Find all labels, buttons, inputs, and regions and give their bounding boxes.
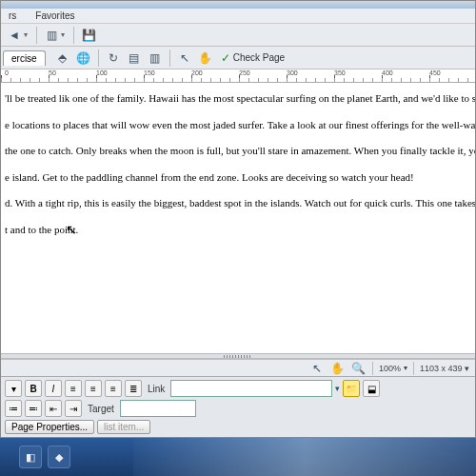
secondary-toolbar: ercise ⬘ 🌐 ↻ ▤ ▥ ↖ ✋ ✓ Check Page <box>1 47 475 69</box>
align-justify-button[interactable]: ≣ <box>125 380 142 397</box>
pointer-tool-icon[interactable]: ↖ <box>309 362 325 375</box>
mouse-cursor-icon: ↖ <box>66 220 77 241</box>
body-text: e locations to places that will wow even… <box>5 117 471 134</box>
indent-button[interactable]: ⇥ <box>65 400 82 417</box>
document-area[interactable]: 'll be treated lik one of the family. Ha… <box>1 83 475 353</box>
window-titlebar <box>1 1 475 9</box>
separator <box>169 50 170 67</box>
preview-icon[interactable]: ▥ <box>146 49 165 68</box>
check-page-button[interactable]: ✓ Check Page <box>217 51 288 65</box>
check-page-label: Check Page <box>233 52 285 63</box>
horizontal-ruler: 0 50 100 150 200 250 300 350 400 450 <box>1 69 475 83</box>
file-tab[interactable]: ercise <box>3 50 46 66</box>
link-label: Link <box>148 384 165 394</box>
globe-icon[interactable]: 🌐 <box>74 49 93 68</box>
menu-item[interactable]: rs <box>5 10 20 22</box>
refresh-icon[interactable]: ↻ <box>104 49 123 68</box>
separator <box>372 362 373 375</box>
pointer-icon[interactable]: ↖ <box>175 49 194 68</box>
taskbar-background <box>133 438 476 476</box>
body-text: e island. Get to the paddling channel fr… <box>5 169 471 187</box>
separator <box>413 362 414 375</box>
list-ul-button[interactable]: ≔ <box>5 400 22 417</box>
target-input[interactable] <box>120 400 196 417</box>
separator <box>73 27 74 44</box>
taskbar-item[interactable]: ◧ <box>19 446 42 468</box>
italic-button[interactable]: I <box>45 380 62 397</box>
taskbar-item[interactable]: ◆ <box>48 446 70 468</box>
page-icon[interactable]: ▤ <box>125 49 144 68</box>
taskbar[interactable]: ◧ ◆ <box>0 438 476 476</box>
link-chain-icon[interactable]: ⬓ <box>363 380 380 397</box>
chevron-down-icon[interactable]: ▾ <box>24 30 31 39</box>
body-text: d. With a tight rip, this is easily the … <box>5 195 471 212</box>
document-icon[interactable]: ▥ <box>42 26 61 45</box>
status-bar: ↖ ✋ 🔍 100% ▾ 1103 x 439 ▾ <box>1 359 475 376</box>
align-center-button[interactable]: ≡ <box>85 380 102 397</box>
target-label: Target <box>88 404 114 414</box>
menubar[interactable]: rs Favorites <box>1 9 475 24</box>
separator <box>36 27 37 44</box>
link-folder-icon[interactable]: 📁 <box>343 380 360 397</box>
body-text: the one to catch. Only breaks when the m… <box>5 143 471 160</box>
page-properties-button[interactable]: Page Properties... <box>5 420 94 434</box>
main-toolbar: ◄ ▾ ▥ ▾ 💾 <box>1 24 475 47</box>
outdent-button[interactable]: ⇤ <box>45 400 62 417</box>
zoom-tool-icon[interactable]: 🔍 <box>351 362 367 375</box>
tool-icon[interactable]: ⬘ <box>53 49 72 68</box>
format-dropdown[interactable]: ▾ <box>5 380 22 397</box>
canvas-dimensions[interactable]: 1103 x 439 ▾ <box>420 364 469 373</box>
properties-panel: ▾ B I ≡ ≡ ≡ ≣ Link ▾ 📁 ⬓ ≔ ≕ ⇤ ⇥ Target … <box>1 376 475 437</box>
save-icon[interactable]: 💾 <box>79 26 98 45</box>
align-left-button[interactable]: ≡ <box>65 380 82 397</box>
link-input[interactable] <box>170 380 332 397</box>
separator <box>98 50 99 67</box>
hand-tool-icon[interactable]: ✋ <box>330 362 346 375</box>
checkmark-icon: ✓ <box>221 51 230 65</box>
bold-button[interactable]: B <box>25 380 42 397</box>
menu-favorites[interactable]: Favorites <box>31 10 78 22</box>
hand-icon[interactable]: ✋ <box>196 49 215 68</box>
align-right-button[interactable]: ≡ <box>105 380 122 397</box>
chevron-down-icon[interactable]: ▾ <box>61 30 69 39</box>
body-text: 'll be treated lik one of the family. Ha… <box>5 90 471 108</box>
zoom-level[interactable]: 100% <box>379 364 401 373</box>
chevron-down-icon[interactable]: ▾ <box>404 364 407 372</box>
back-button[interactable]: ◄ <box>5 26 24 45</box>
list-item-button: list item... <box>97 420 150 434</box>
list-ol-button[interactable]: ≕ <box>25 400 42 417</box>
chevron-down-icon[interactable]: ▾ <box>335 384 340 393</box>
